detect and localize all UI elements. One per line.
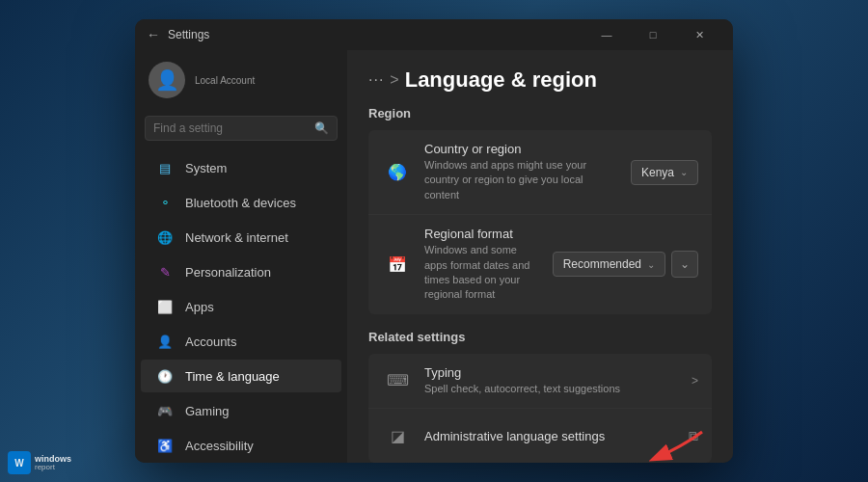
recommended-value: Recommended bbox=[563, 257, 641, 271]
window-content: 👤 Local Account 🔍 ▤ System ⚬ bbox=[135, 50, 733, 463]
user-info: Local Account bbox=[195, 75, 255, 86]
admin-icon: ◪ bbox=[382, 420, 413, 451]
sidebar: 👤 Local Account 🔍 ▤ System ⚬ bbox=[135, 50, 347, 463]
typing-text: Typing Spell check, autocorrect, text su… bbox=[424, 365, 680, 396]
avatar: 👤 bbox=[149, 62, 185, 98]
globe-icon: 🌎 bbox=[382, 157, 413, 188]
sidebar-item-accounts[interactable]: 👤 Accounts bbox=[141, 325, 341, 358]
watermark-logo: W bbox=[8, 451, 31, 474]
close-button[interactable]: ✕ bbox=[677, 19, 721, 50]
country-value: Kenya bbox=[641, 166, 674, 179]
main-content: ··· > Language & region Region 🌎 Country… bbox=[347, 50, 733, 463]
system-icon: ▤ bbox=[156, 159, 174, 176]
personalization-icon: ✎ bbox=[156, 263, 174, 281]
bluetooth-icon: ⚬ bbox=[156, 194, 174, 211]
sidebar-item-time-language[interactable]: 🕐 Time & language bbox=[141, 360, 341, 392]
search-box[interactable]: 🔍 bbox=[145, 116, 338, 141]
region-card: 🌎 Country or region Windows and apps mig… bbox=[368, 130, 712, 314]
breadcrumb: ··· > Language & region bbox=[368, 67, 712, 93]
watermark: W windows report bbox=[8, 451, 71, 474]
country-region-row[interactable]: 🌎 Country or region Windows and apps mig… bbox=[368, 130, 712, 215]
sidebar-item-accessibility[interactable]: ♿ Accessibility bbox=[141, 429, 341, 462]
titlebar-controls: — □ ✕ bbox=[584, 19, 721, 50]
titlebar: ← Settings — □ ✕ bbox=[135, 19, 733, 50]
sidebar-item-label: Accounts bbox=[185, 335, 236, 349]
country-region-text: Country or region Windows and apps might… bbox=[424, 142, 619, 202]
desktop: W windows report ← Settings — □ ✕ bbox=[0, 0, 868, 482]
typing-row[interactable]: ⌨ Typing Spell check, autocorrect, text … bbox=[368, 354, 712, 409]
person-icon: 👤 bbox=[155, 68, 179, 92]
regional-format-control: Recommended ⌄ ⌄ bbox=[553, 251, 698, 278]
time-language-icon: 🕐 bbox=[156, 367, 174, 385]
typing-desc: Spell check, autocorrect, text suggestio… bbox=[424, 382, 680, 396]
sidebar-item-gaming[interactable]: 🎮 Gaming bbox=[141, 394, 341, 427]
sidebar-item-personalization[interactable]: ✎ Personalization bbox=[141, 255, 341, 288]
typing-title: Typing bbox=[424, 365, 680, 380]
country-region-desc: Windows and apps might use your country … bbox=[424, 158, 619, 202]
chevron-right-icon: > bbox=[692, 374, 698, 388]
sidebar-item-label: Apps bbox=[185, 300, 214, 314]
page-title: Language & region bbox=[405, 67, 597, 93]
region-section-title: Region bbox=[368, 106, 712, 120]
window-title: Settings bbox=[168, 28, 209, 41]
regional-format-dropdown[interactable]: Recommended ⌄ bbox=[553, 252, 665, 277]
admin-language-title: Administrative language settings bbox=[424, 429, 677, 443]
user-section: 👤 Local Account bbox=[135, 50, 347, 110]
sidebar-item-system[interactable]: ▤ System bbox=[141, 151, 341, 184]
format-icon: 📅 bbox=[382, 249, 413, 280]
related-settings-card: ⌨ Typing Spell check, autocorrect, text … bbox=[368, 354, 712, 463]
search-icon: 🔍 bbox=[314, 121, 329, 135]
breadcrumb-separator: > bbox=[390, 71, 398, 89]
sidebar-item-network[interactable]: 🌐 Network & internet bbox=[141, 221, 341, 254]
related-section-title: Related settings bbox=[368, 330, 712, 344]
accessibility-icon: ♿ bbox=[156, 437, 174, 454]
country-dropdown[interactable]: Kenya ⌄ bbox=[631, 160, 698, 185]
external-link-icon: ⧉ bbox=[689, 428, 698, 444]
sidebar-item-label: Time & language bbox=[185, 369, 280, 384]
country-region-control: Kenya ⌄ bbox=[631, 160, 698, 185]
sidebar-item-bluetooth[interactable]: ⚬ Bluetooth & devices bbox=[141, 186, 341, 219]
admin-language-row[interactable]: ◪ Administrative language settings ⧉ bbox=[368, 409, 712, 463]
watermark-text: windows report bbox=[35, 455, 71, 471]
watermark-line2: report bbox=[35, 464, 71, 471]
back-button[interactable]: ← bbox=[147, 27, 160, 42]
breadcrumb-dots: ··· bbox=[368, 71, 384, 89]
sidebar-item-label: Bluetooth & devices bbox=[185, 196, 296, 210]
related-settings-gap: Related settings ⌨ Typing Spell check, a… bbox=[368, 330, 712, 463]
account-type: Local Account bbox=[195, 75, 255, 86]
expand-button[interactable]: ⌄ bbox=[671, 251, 698, 278]
country-region-title: Country or region bbox=[424, 142, 619, 156]
network-icon: 🌐 bbox=[156, 228, 174, 246]
regional-format-title: Regional format bbox=[424, 227, 541, 241]
chevron-down-icon: ⌄ bbox=[647, 259, 655, 270]
sidebar-item-label: Personalization bbox=[185, 265, 271, 280]
keyboard-icon: ⌨ bbox=[382, 365, 413, 396]
sidebar-item-label: Accessibility bbox=[185, 439, 254, 453]
gaming-icon: 🎮 bbox=[156, 402, 174, 419]
settings-window: ← Settings — □ ✕ 👤 Local Account bbox=[135, 19, 733, 463]
maximize-button[interactable]: □ bbox=[631, 19, 675, 50]
regional-format-row[interactable]: 📅 Regional format Windows and some apps … bbox=[368, 215, 712, 314]
chevron-down-icon: ⌄ bbox=[680, 167, 688, 177]
titlebar-left: ← Settings bbox=[147, 27, 209, 42]
search-input[interactable] bbox=[153, 121, 309, 135]
regional-format-text: Regional format Windows and some apps fo… bbox=[424, 227, 541, 303]
apps-icon: ⬜ bbox=[156, 298, 174, 315]
sidebar-item-label: Gaming bbox=[185, 404, 230, 418]
sidebar-item-label: Network & internet bbox=[185, 230, 288, 245]
admin-language-text: Administrative language settings bbox=[424, 429, 677, 443]
accounts-icon: 👤 bbox=[156, 333, 174, 350]
regional-format-desc: Windows and some apps format dates and t… bbox=[424, 243, 541, 303]
minimize-button[interactable]: — bbox=[584, 19, 629, 50]
sidebar-item-apps[interactable]: ⬜ Apps bbox=[141, 290, 341, 323]
sidebar-item-label: System bbox=[185, 161, 227, 175]
